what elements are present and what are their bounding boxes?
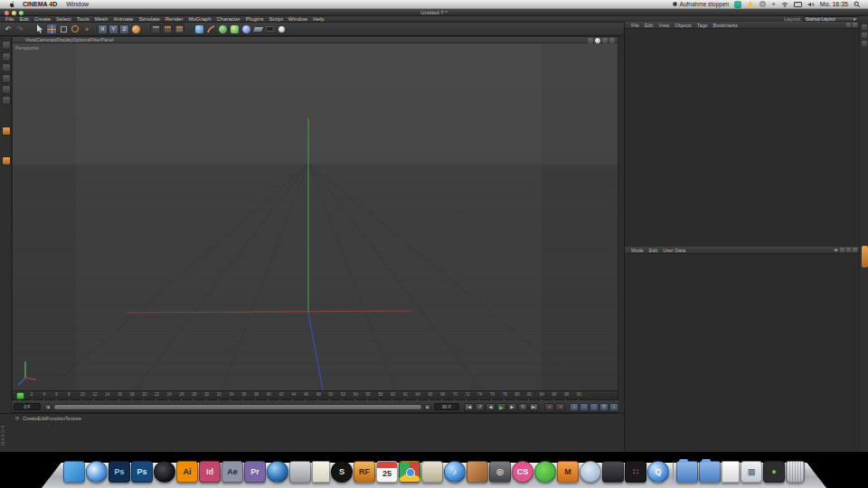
dock-calendar[interactable]: 25 (376, 461, 398, 483)
viewport-menu-panel[interactable]: Panel (100, 37, 113, 42)
rotate-tool[interactable] (70, 23, 80, 34)
dock-s-app[interactable]: S (331, 461, 353, 483)
macos-app-name[interactable]: CINEMA 4D (23, 1, 57, 7)
viewport-rotate-icon[interactable] (602, 38, 608, 43)
next-frame-button[interactable]: ▶ (507, 403, 517, 411)
dock-photo-app[interactable] (467, 461, 488, 483)
spotlight-icon[interactable] (854, 1, 861, 8)
lock-icon[interactable] (846, 248, 851, 252)
main-menu-render[interactable]: Render (163, 16, 186, 22)
render-picture-viewer-button[interactable] (162, 23, 173, 34)
dock-iphoto[interactable] (421, 461, 443, 483)
timeline-scrollbar[interactable] (53, 404, 422, 410)
dock-illustrator[interactable]: Ai (176, 461, 198, 483)
add-primitive-button[interactable] (193, 23, 204, 34)
viewport-menu-cameras[interactable]: Cameras (36, 37, 56, 42)
dock-spotify[interactable] (534, 461, 556, 483)
display-icon[interactable] (794, 2, 802, 7)
key-parameter-toggle[interactable]: P (599, 403, 609, 411)
main-menu-select[interactable]: Select (53, 16, 74, 22)
main-menu-animate[interactable]: Animate (110, 16, 136, 22)
attribute-menu-edit[interactable]: Edit (646, 248, 660, 253)
snapping-button[interactable] (2, 156, 11, 165)
main-menu-character[interactable]: Character (213, 16, 242, 22)
dock-stacks-grid[interactable]: ▤ (741, 461, 762, 483)
render-view-button[interactable] (150, 23, 161, 34)
material-manager-icon[interactable] (14, 416, 20, 421)
dock-weather-app[interactable] (580, 461, 601, 483)
timeline-playhead[interactable] (16, 392, 24, 399)
dock-android-app[interactable]: ● (763, 461, 785, 483)
autokey-button[interactable]: ● (555, 403, 565, 411)
loop-mode-button[interactable]: ↺ (475, 403, 485, 411)
dock-folder-documents[interactable] (699, 461, 721, 483)
dock-cinema-4d[interactable] (267, 461, 288, 483)
viewport-pan-icon[interactable] (588, 38, 593, 43)
main-menu-create[interactable]: Create (32, 16, 53, 22)
workplane-mode-button[interactable] (2, 74, 11, 83)
key-rotation-toggle[interactable]: ○ (590, 403, 599, 411)
main-menu-tools[interactable]: Tools (74, 16, 92, 22)
content-browser-tab[interactable] (862, 246, 868, 267)
key-scale-toggle[interactable]: ▫ (580, 403, 589, 411)
attribute-manager-area[interactable] (625, 254, 860, 452)
main-menu-mograph[interactable]: MoGraph (185, 16, 213, 22)
render-settings-button[interactable] (174, 23, 184, 34)
lock-x-axis-button[interactable]: X (98, 24, 108, 34)
am-grid-icon[interactable] (853, 248, 857, 252)
main-menu-window[interactable]: Window (286, 16, 310, 22)
object-menu-view[interactable]: View (656, 23, 672, 28)
sync-icon[interactable] (760, 1, 766, 7)
move-tool[interactable] (46, 23, 57, 34)
warning-icon[interactable] (747, 1, 754, 7)
viewport-menu-display[interactable]: Display (56, 37, 72, 42)
goto-start-button[interactable]: |◀ (464, 403, 474, 411)
key-position-toggle[interactable]: + (570, 403, 579, 411)
goto-end-button[interactable]: ▶| (529, 403, 539, 411)
object-menu-file[interactable]: File (628, 23, 642, 28)
attribute-menu-mode[interactable]: Mode (628, 248, 646, 253)
dock-photoshop[interactable]: Ps (108, 461, 130, 483)
dock-camera-app[interactable]: ◎ (489, 461, 511, 483)
live-selection-tool[interactable] (34, 23, 45, 34)
viewport-menu-filter[interactable]: Filter (90, 37, 100, 42)
object-menu-tags[interactable]: Tags (694, 23, 711, 28)
enable-axis-button[interactable] (2, 127, 11, 136)
strip-icon-2[interactable] (862, 33, 867, 38)
main-menu-script[interactable]: Script (267, 16, 286, 22)
subdivision-surface-button[interactable] (217, 23, 228, 34)
dock-indesign[interactable]: Id (199, 461, 221, 483)
apple-logo-icon[interactable] (9, 1, 15, 7)
camera-object-button[interactable] (264, 23, 275, 34)
object-menu-bookmarks[interactable]: Bookmarks (710, 23, 741, 28)
macos-menu-window[interactable]: Window (66, 1, 89, 7)
dock-folder-applications[interactable] (676, 461, 698, 483)
array-modifier-button[interactable] (229, 23, 240, 34)
points-mode-button[interactable] (2, 85, 11, 94)
am-dot-icon[interactable] (840, 248, 844, 252)
dock-utility-app[interactable] (289, 461, 311, 483)
last-tool-button[interactable]: + (81, 23, 92, 34)
edges-mode-button[interactable] (2, 96, 11, 105)
scene-3d-view[interactable] (13, 43, 618, 399)
dock-chrome[interactable] (399, 461, 420, 483)
material-menu-create[interactable]: Create (23, 416, 38, 421)
material-menu-function[interactable]: Function (46, 416, 65, 421)
dock-finder[interactable] (63, 461, 85, 483)
dock-itunes[interactable]: ♪ (444, 461, 466, 483)
scroll-left-arrow[interactable]: ◀ (44, 404, 52, 410)
undo-button[interactable]: ↶ (3, 23, 14, 34)
dock-safari[interactable] (86, 461, 108, 483)
main-menu-simulate[interactable]: Simulate (136, 16, 162, 22)
current-frame-field[interactable]: 0 F (14, 403, 41, 410)
material-menu-edit[interactable]: Edit (38, 416, 46, 421)
lock-z-axis-button[interactable]: Z (119, 24, 129, 34)
material-sphere-button[interactable] (241, 23, 251, 34)
recording-status[interactable]: Aufnahme stoppen (673, 1, 730, 7)
texture-mode-button[interactable] (2, 63, 11, 72)
viewport-zoom-icon[interactable] (595, 38, 600, 43)
dock-media-app-dark[interactable] (154, 461, 175, 483)
main-menu-edit[interactable]: Edit (17, 16, 32, 22)
dock-photoshop-alt[interactable]: Ps (131, 461, 153, 483)
dock-document-file[interactable] (722, 461, 740, 483)
